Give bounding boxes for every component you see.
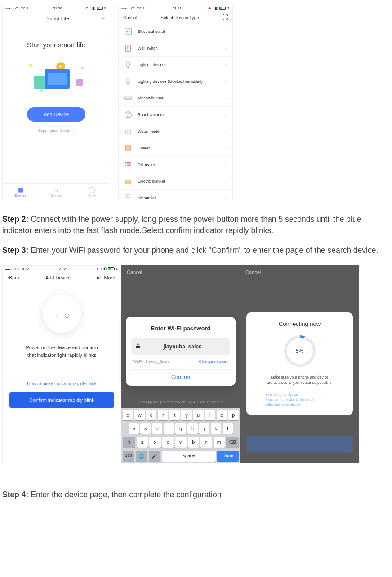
cancel-button[interactable]: Cancel xyxy=(123,15,137,20)
device-type-row[interactable]: Air conditioner› xyxy=(119,90,232,107)
device-icon xyxy=(124,61,132,69)
back-button[interactable]: ‹Back xyxy=(7,275,20,280)
illustration: + xyxy=(25,58,88,98)
device-type-row[interactable]: Oil heater› xyxy=(119,157,232,173)
svg-rect-0 xyxy=(125,28,131,35)
battery-icon xyxy=(108,267,114,270)
experience-center-link[interactable]: Experience Center › xyxy=(38,128,74,133)
key-q[interactable]: q xyxy=(123,410,133,420)
key-h[interactable]: h xyxy=(187,423,198,434)
device-icon xyxy=(124,144,132,152)
svg-rect-7 xyxy=(127,84,129,85)
password-field[interactable]: jiayouba_sales xyxy=(131,338,230,355)
modal-title: Enter Wi-Fi password xyxy=(131,325,230,332)
device-type-row[interactable]: Robot vacuum› xyxy=(119,107,232,123)
device-label: Lighting devices (bluetooth-enabled) xyxy=(138,79,225,84)
tab-devices[interactable]: ▦Devices xyxy=(3,186,38,197)
key-backspace[interactable]: ⌫ xyxy=(226,437,239,448)
device-type-row[interactable]: Heater› xyxy=(119,140,232,157)
key-b[interactable]: b xyxy=(188,437,199,448)
key-m[interactable]: m xyxy=(214,437,225,448)
device-type-row[interactable]: Lighting devices› xyxy=(119,57,232,73)
key-d[interactable]: d xyxy=(152,423,162,434)
key-u[interactable]: u xyxy=(193,410,204,420)
add-device-button[interactable]: Add Device xyxy=(27,107,85,122)
profile-icon: ◯ xyxy=(74,186,110,193)
key-space[interactable]: space xyxy=(162,451,216,462)
power-icon xyxy=(64,312,70,320)
chevron-right-icon: › xyxy=(225,195,227,200)
key-j[interactable]: j xyxy=(199,423,209,434)
key-s[interactable]: s xyxy=(140,423,151,434)
nav-title: Smart Life xyxy=(46,16,69,21)
grid-icon: ▦ xyxy=(3,186,38,193)
device-type-row[interactable]: Electric blanket› xyxy=(119,173,232,190)
key-g[interactable]: g xyxy=(175,423,186,434)
home-icon: ⌂ xyxy=(38,186,74,193)
svg-point-10 xyxy=(125,112,131,118)
svg-rect-4 xyxy=(126,45,131,51)
status-item: Initializing your device xyxy=(265,402,347,407)
key-done[interactable]: Done xyxy=(217,451,239,462)
device-type-row[interactable]: Wall switch› xyxy=(119,40,232,57)
confirm-button[interactable]: Confirm xyxy=(131,370,230,380)
scan-icon[interactable] xyxy=(223,14,228,21)
ap-mode-button[interactable]: AP Mode xyxy=(96,275,116,280)
key-123[interactable]: 123 xyxy=(123,451,134,462)
svg-point-11 xyxy=(127,113,129,116)
key-w[interactable]: w xyxy=(134,410,145,420)
key-n[interactable]: n xyxy=(200,437,212,448)
wifi-icon: ᯤ xyxy=(27,267,30,271)
status-bar: CUCC ᯤ 21:21 ⊙ ↑ ◧↯ xyxy=(119,5,232,12)
step-2-text: Step 2: Connect with the power supply, l… xyxy=(2,214,390,237)
key-y[interactable]: y xyxy=(181,410,192,420)
key-r[interactable]: r xyxy=(158,410,168,420)
key-a[interactable]: a xyxy=(129,423,139,434)
key-shift[interactable]: ⇧ xyxy=(123,437,135,448)
device-type-row[interactable]: Lighting devices (bluetooth-enabled)› xyxy=(119,73,232,90)
device-icon xyxy=(124,111,132,119)
key-o[interactable]: o xyxy=(217,410,227,420)
key-globe[interactable]: 🌐 xyxy=(136,451,147,462)
device-icon xyxy=(124,127,132,135)
key-c[interactable]: c xyxy=(162,437,174,448)
key-x[interactable]: x xyxy=(149,437,160,448)
progress-percent: 5% xyxy=(284,348,316,354)
svg-rect-20 xyxy=(125,180,131,184)
connecting-modal: Connecting now 5% Make sure your phone a… xyxy=(246,312,353,415)
key-mic[interactable]: 🎤 xyxy=(149,451,160,462)
svg-rect-21 xyxy=(126,195,130,200)
chevron-right-icon: › xyxy=(225,95,227,101)
status-item: Registering device to the cloud xyxy=(265,397,347,402)
carrier-label: CUCC xyxy=(15,6,26,10)
device-indicator xyxy=(43,294,81,333)
confirm-indicator-button[interactable]: Confirm indicator rapidly blink xyxy=(9,392,114,408)
key-i[interactable]: i xyxy=(205,410,215,420)
cancel-button[interactable]: Cancel xyxy=(240,265,359,279)
key-t[interactable]: t xyxy=(169,410,180,420)
device-type-row[interactable]: Water heater› xyxy=(119,123,232,140)
svg-point-3 xyxy=(129,31,129,32)
tab-profile[interactable]: ◯Profile xyxy=(74,186,110,197)
svg-point-2 xyxy=(127,31,128,32)
key-l[interactable]: l xyxy=(223,423,233,434)
key-v[interactable]: v xyxy=(175,437,186,448)
change-network-link[interactable]: Change network xyxy=(199,359,228,364)
help-link[interactable]: How to make indicator rapidly blink xyxy=(27,381,97,386)
plus-icon[interactable]: + xyxy=(101,14,105,23)
status-item: Searching for device xyxy=(265,392,347,397)
key-e[interactable]: e xyxy=(146,410,156,420)
device-icon xyxy=(124,161,132,169)
device-type-row[interactable]: Electrical outlet› xyxy=(119,23,232,40)
key-p[interactable]: p xyxy=(228,410,239,420)
cancel-button[interactable]: Cancel xyxy=(121,265,240,279)
device-type-row[interactable]: Air purifier› xyxy=(119,190,232,200)
key-f[interactable]: f xyxy=(164,423,174,434)
key-k[interactable]: k xyxy=(211,423,221,434)
tab-scenes[interactable]: ⌂Scenes xyxy=(38,186,74,197)
svg-point-22 xyxy=(127,196,129,198)
tab-bar: ▦Devices ⌂Scenes ◯Profile xyxy=(3,183,110,200)
status-list: Searching for deviceRegistering device t… xyxy=(253,392,347,407)
key-z[interactable]: z xyxy=(137,437,148,448)
status-bar: CUCC ᯤ 21:21 ⊙ ↑ ◧↯ xyxy=(3,266,121,272)
